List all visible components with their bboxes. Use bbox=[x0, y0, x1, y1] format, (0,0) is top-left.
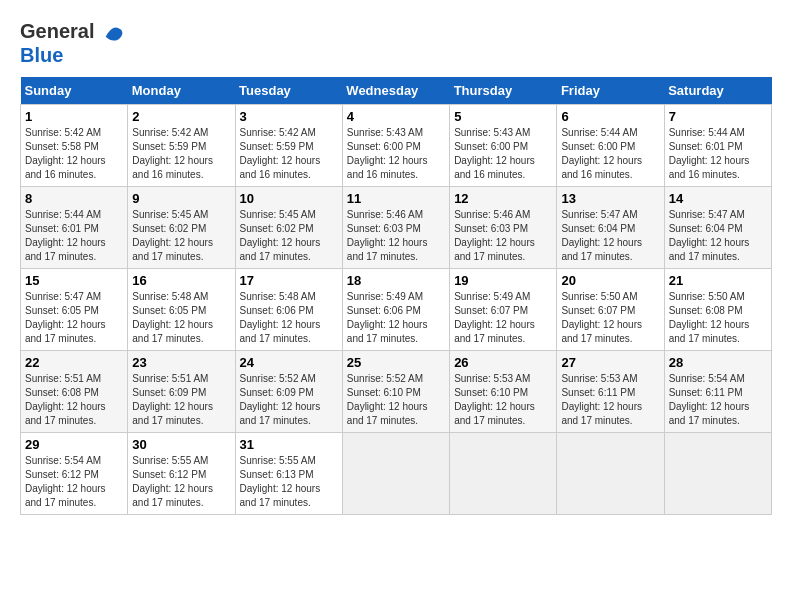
day-number: 22 bbox=[25, 355, 123, 370]
calendar-day-4: 4 Sunrise: 5:43 AM Sunset: 6:00 PM Dayli… bbox=[342, 104, 449, 186]
day-info: Sunrise: 5:43 AM Sunset: 6:00 PM Dayligh… bbox=[347, 126, 445, 182]
day-number: 14 bbox=[669, 191, 767, 206]
calendar-table: Sunday Monday Tuesday Wednesday Thursday… bbox=[20, 77, 772, 515]
col-tuesday: Tuesday bbox=[235, 77, 342, 105]
day-info: Sunrise: 5:43 AM Sunset: 6:00 PM Dayligh… bbox=[454, 126, 552, 182]
calendar-day-14: 14 Sunrise: 5:47 AM Sunset: 6:04 PM Dayl… bbox=[664, 186, 771, 268]
day-number: 25 bbox=[347, 355, 445, 370]
calendar-day-26: 26 Sunrise: 5:53 AM Sunset: 6:10 PM Dayl… bbox=[450, 350, 557, 432]
day-info: Sunrise: 5:49 AM Sunset: 6:06 PM Dayligh… bbox=[347, 290, 445, 346]
col-thursday: Thursday bbox=[450, 77, 557, 105]
day-info: Sunrise: 5:51 AM Sunset: 6:09 PM Dayligh… bbox=[132, 372, 230, 428]
day-info: Sunrise: 5:53 AM Sunset: 6:10 PM Dayligh… bbox=[454, 372, 552, 428]
col-monday: Monday bbox=[128, 77, 235, 105]
day-number: 10 bbox=[240, 191, 338, 206]
calendar-day-12: 12 Sunrise: 5:46 AM Sunset: 6:03 PM Dayl… bbox=[450, 186, 557, 268]
day-number: 24 bbox=[240, 355, 338, 370]
calendar-day-11: 11 Sunrise: 5:46 AM Sunset: 6:03 PM Dayl… bbox=[342, 186, 449, 268]
col-saturday: Saturday bbox=[664, 77, 771, 105]
day-info: Sunrise: 5:47 AM Sunset: 6:05 PM Dayligh… bbox=[25, 290, 123, 346]
day-info: Sunrise: 5:42 AM Sunset: 5:59 PM Dayligh… bbox=[240, 126, 338, 182]
day-info: Sunrise: 5:42 AM Sunset: 5:58 PM Dayligh… bbox=[25, 126, 123, 182]
day-info: Sunrise: 5:54 AM Sunset: 6:11 PM Dayligh… bbox=[669, 372, 767, 428]
calendar-day-20: 20 Sunrise: 5:50 AM Sunset: 6:07 PM Dayl… bbox=[557, 268, 664, 350]
day-number: 12 bbox=[454, 191, 552, 206]
calendar-day-8: 8 Sunrise: 5:44 AM Sunset: 6:01 PM Dayli… bbox=[21, 186, 128, 268]
col-wednesday: Wednesday bbox=[342, 77, 449, 105]
calendar-week-1: 1 Sunrise: 5:42 AM Sunset: 5:58 PM Dayli… bbox=[21, 104, 772, 186]
day-info: Sunrise: 5:52 AM Sunset: 6:09 PM Dayligh… bbox=[240, 372, 338, 428]
day-number: 4 bbox=[347, 109, 445, 124]
calendar-day-7: 7 Sunrise: 5:44 AM Sunset: 6:01 PM Dayli… bbox=[664, 104, 771, 186]
logo-blue: Blue bbox=[20, 44, 124, 67]
day-info: Sunrise: 5:46 AM Sunset: 6:03 PM Dayligh… bbox=[347, 208, 445, 264]
calendar-empty bbox=[557, 432, 664, 514]
calendar-day-10: 10 Sunrise: 5:45 AM Sunset: 6:02 PM Dayl… bbox=[235, 186, 342, 268]
logo: General Blue bbox=[20, 20, 124, 67]
calendar-day-22: 22 Sunrise: 5:51 AM Sunset: 6:08 PM Dayl… bbox=[21, 350, 128, 432]
calendar-day-19: 19 Sunrise: 5:49 AM Sunset: 6:07 PM Dayl… bbox=[450, 268, 557, 350]
day-info: Sunrise: 5:48 AM Sunset: 6:05 PM Dayligh… bbox=[132, 290, 230, 346]
calendar-week-2: 8 Sunrise: 5:44 AM Sunset: 6:01 PM Dayli… bbox=[21, 186, 772, 268]
day-info: Sunrise: 5:44 AM Sunset: 6:01 PM Dayligh… bbox=[25, 208, 123, 264]
calendar-day-21: 21 Sunrise: 5:50 AM Sunset: 6:08 PM Dayl… bbox=[664, 268, 771, 350]
calendar-day-1: 1 Sunrise: 5:42 AM Sunset: 5:58 PM Dayli… bbox=[21, 104, 128, 186]
calendar-day-31: 31 Sunrise: 5:55 AM Sunset: 6:13 PM Dayl… bbox=[235, 432, 342, 514]
calendar-week-3: 15 Sunrise: 5:47 AM Sunset: 6:05 PM Dayl… bbox=[21, 268, 772, 350]
col-friday: Friday bbox=[557, 77, 664, 105]
day-number: 13 bbox=[561, 191, 659, 206]
calendar-day-2: 2 Sunrise: 5:42 AM Sunset: 5:59 PM Dayli… bbox=[128, 104, 235, 186]
day-number: 16 bbox=[132, 273, 230, 288]
calendar-week-5: 29 Sunrise: 5:54 AM Sunset: 6:12 PM Dayl… bbox=[21, 432, 772, 514]
calendar-empty bbox=[342, 432, 449, 514]
day-info: Sunrise: 5:48 AM Sunset: 6:06 PM Dayligh… bbox=[240, 290, 338, 346]
day-number: 8 bbox=[25, 191, 123, 206]
day-number: 28 bbox=[669, 355, 767, 370]
day-number: 31 bbox=[240, 437, 338, 452]
day-info: Sunrise: 5:44 AM Sunset: 6:01 PM Dayligh… bbox=[669, 126, 767, 182]
calendar-week-4: 22 Sunrise: 5:51 AM Sunset: 6:08 PM Dayl… bbox=[21, 350, 772, 432]
calendar-day-24: 24 Sunrise: 5:52 AM Sunset: 6:09 PM Dayl… bbox=[235, 350, 342, 432]
calendar-day-30: 30 Sunrise: 5:55 AM Sunset: 6:12 PM Dayl… bbox=[128, 432, 235, 514]
calendar-day-29: 29 Sunrise: 5:54 AM Sunset: 6:12 PM Dayl… bbox=[21, 432, 128, 514]
day-number: 15 bbox=[25, 273, 123, 288]
day-number: 19 bbox=[454, 273, 552, 288]
day-number: 18 bbox=[347, 273, 445, 288]
day-number: 30 bbox=[132, 437, 230, 452]
day-info: Sunrise: 5:55 AM Sunset: 6:13 PM Dayligh… bbox=[240, 454, 338, 510]
header-row: Sunday Monday Tuesday Wednesday Thursday… bbox=[21, 77, 772, 105]
day-number: 3 bbox=[240, 109, 338, 124]
day-info: Sunrise: 5:53 AM Sunset: 6:11 PM Dayligh… bbox=[561, 372, 659, 428]
day-number: 21 bbox=[669, 273, 767, 288]
day-info: Sunrise: 5:45 AM Sunset: 6:02 PM Dayligh… bbox=[132, 208, 230, 264]
day-info: Sunrise: 5:50 AM Sunset: 6:07 PM Dayligh… bbox=[561, 290, 659, 346]
day-number: 11 bbox=[347, 191, 445, 206]
day-info: Sunrise: 5:44 AM Sunset: 6:00 PM Dayligh… bbox=[561, 126, 659, 182]
day-info: Sunrise: 5:49 AM Sunset: 6:07 PM Dayligh… bbox=[454, 290, 552, 346]
calendar-day-28: 28 Sunrise: 5:54 AM Sunset: 6:11 PM Dayl… bbox=[664, 350, 771, 432]
calendar-day-17: 17 Sunrise: 5:48 AM Sunset: 6:06 PM Dayl… bbox=[235, 268, 342, 350]
day-number: 26 bbox=[454, 355, 552, 370]
calendar-day-9: 9 Sunrise: 5:45 AM Sunset: 6:02 PM Dayli… bbox=[128, 186, 235, 268]
calendar-day-18: 18 Sunrise: 5:49 AM Sunset: 6:06 PM Dayl… bbox=[342, 268, 449, 350]
day-info: Sunrise: 5:45 AM Sunset: 6:02 PM Dayligh… bbox=[240, 208, 338, 264]
day-info: Sunrise: 5:51 AM Sunset: 6:08 PM Dayligh… bbox=[25, 372, 123, 428]
day-number: 9 bbox=[132, 191, 230, 206]
calendar-day-5: 5 Sunrise: 5:43 AM Sunset: 6:00 PM Dayli… bbox=[450, 104, 557, 186]
col-sunday: Sunday bbox=[21, 77, 128, 105]
day-info: Sunrise: 5:54 AM Sunset: 6:12 PM Dayligh… bbox=[25, 454, 123, 510]
day-number: 6 bbox=[561, 109, 659, 124]
day-info: Sunrise: 5:47 AM Sunset: 6:04 PM Dayligh… bbox=[561, 208, 659, 264]
day-number: 5 bbox=[454, 109, 552, 124]
calendar-day-27: 27 Sunrise: 5:53 AM Sunset: 6:11 PM Dayl… bbox=[557, 350, 664, 432]
day-info: Sunrise: 5:52 AM Sunset: 6:10 PM Dayligh… bbox=[347, 372, 445, 428]
calendar-empty bbox=[664, 432, 771, 514]
calendar-day-16: 16 Sunrise: 5:48 AM Sunset: 6:05 PM Dayl… bbox=[128, 268, 235, 350]
logo-general: General bbox=[20, 20, 94, 42]
day-number: 23 bbox=[132, 355, 230, 370]
page-header: General Blue bbox=[20, 20, 772, 67]
day-number: 1 bbox=[25, 109, 123, 124]
day-info: Sunrise: 5:55 AM Sunset: 6:12 PM Dayligh… bbox=[132, 454, 230, 510]
day-number: 29 bbox=[25, 437, 123, 452]
calendar-day-13: 13 Sunrise: 5:47 AM Sunset: 6:04 PM Dayl… bbox=[557, 186, 664, 268]
